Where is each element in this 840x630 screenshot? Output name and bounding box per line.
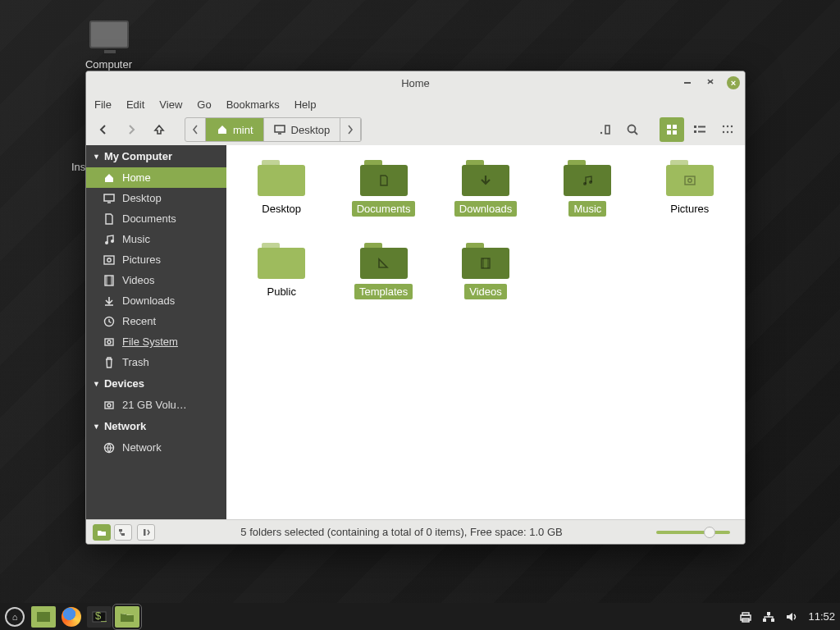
- sidebar-item-label: Network: [122, 441, 162, 454]
- sidebar-item-desktop[interactable]: Desktop: [86, 188, 226, 208]
- svg-point-24: [111, 240, 114, 243]
- folder-label: Pictures: [665, 201, 714, 217]
- svg-point-20: [731, 131, 733, 133]
- hide-sidebar-button[interactable]: [137, 524, 155, 541]
- desktop-icon-computer[interactable]: Computer: [78, 21, 139, 71]
- svg-point-18: [723, 131, 724, 133]
- folder-videos[interactable]: Videos: [439, 243, 532, 299]
- sidebar-item-label: 21 GB Volu…: [122, 399, 187, 411]
- sidebar-item-21-gb-volu-[interactable]: 21 GB Volu…: [86, 395, 226, 415]
- music-icon: [103, 234, 115, 245]
- caret-down-icon: ▼: [93, 422, 100, 431]
- path-home[interactable]: mint: [206, 118, 264, 141]
- svg-rect-10: [673, 130, 677, 135]
- sidebar-item-network[interactable]: Network: [86, 437, 226, 458]
- sidebar-item-file-system[interactable]: File System: [86, 331, 226, 352]
- svg-rect-31: [105, 339, 113, 345]
- toggle-location-button[interactable]: [592, 117, 617, 142]
- zoom-slider[interactable]: [656, 531, 730, 534]
- path-next[interactable]: [340, 118, 361, 141]
- toolbar: mint Desktop: [86, 114, 745, 145]
- folder-label: Desktop: [257, 201, 306, 217]
- svg-point-32: [107, 340, 111, 344]
- volume-tray-icon[interactable]: [785, 611, 798, 623]
- svg-line-6: [635, 132, 638, 135]
- folder-templates[interactable]: Templates: [336, 243, 430, 299]
- menu-edit[interactable]: Edit: [126, 98, 144, 111]
- sidebar-item-label: Documents: [122, 212, 176, 225]
- sidebar-item-downloads[interactable]: Downloads: [86, 290, 226, 311]
- sidebar-item-pictures[interactable]: Pictures: [86, 249, 226, 270]
- folder-desktop[interactable]: Desktop: [235, 160, 328, 217]
- printer-tray-icon[interactable]: [739, 611, 752, 623]
- menu-go[interactable]: Go: [197, 98, 211, 111]
- svg-rect-38: [685, 176, 695, 185]
- clock[interactable]: 11:52: [808, 610, 835, 623]
- up-button[interactable]: [147, 117, 171, 142]
- sidebar-section-header[interactable]: ▼My Computer: [86, 145, 226, 167]
- svg-rect-9: [667, 130, 671, 135]
- menu-file[interactable]: File: [94, 98, 112, 111]
- folder-view[interactable]: DesktopDocumentsDownloadsMusicPicturesPu…: [226, 145, 745, 519]
- sidebar-item-home[interactable]: Home: [86, 167, 226, 188]
- folder-icon: [564, 160, 611, 196]
- terminal-launcher[interactable]: $_: [87, 606, 112, 628]
- list-view-button[interactable]: [687, 117, 712, 142]
- svg-rect-46: [37, 612, 50, 622]
- window-title: Home: [86, 77, 745, 89]
- svg-rect-13: [694, 130, 696, 133]
- svg-rect-7: [667, 125, 671, 129]
- zoom-slider-knob[interactable]: [704, 527, 715, 538]
- folder-icon: [462, 160, 509, 196]
- folder-downloads[interactable]: Downloads: [439, 160, 532, 217]
- close-button[interactable]: ×: [727, 76, 740, 89]
- network-tray-icon[interactable]: [762, 611, 775, 623]
- taskbar: ⌂ $_ 11:52: [0, 603, 840, 630]
- trash-icon: [103, 357, 115, 368]
- sidebar-item-trash[interactable]: Trash: [86, 352, 226, 372]
- sidebar-item-label: Music: [122, 233, 150, 245]
- sidebar-section-header[interactable]: ▼Network: [86, 415, 226, 437]
- path-desktop[interactable]: Desktop: [264, 118, 341, 141]
- menu-help[interactable]: Help: [294, 98, 317, 111]
- recent-icon: [103, 316, 115, 327]
- folder-public[interactable]: Public: [235, 243, 328, 299]
- status-bar: 5 folders selected (containing a total o…: [86, 519, 745, 544]
- sidebar-item-documents[interactable]: Documents: [86, 208, 226, 229]
- svg-point-15: [723, 126, 724, 127]
- menu-bookmarks[interactable]: Bookmarks: [226, 98, 280, 111]
- folder-pictures[interactable]: Pictures: [643, 160, 737, 217]
- sidebar-item-recent[interactable]: Recent: [86, 311, 226, 331]
- search-button[interactable]: [620, 117, 645, 142]
- folder-label: Music: [568, 201, 606, 217]
- firefox-launcher[interactable]: [59, 606, 84, 628]
- menu-view[interactable]: View: [159, 98, 182, 111]
- path-prev[interactable]: [185, 118, 206, 141]
- sidebar-item-label: File System: [122, 336, 178, 348]
- folder-icon: [462, 243, 509, 279]
- folder-icon: [666, 160, 714, 196]
- menu-button[interactable]: ⌂: [5, 607, 25, 627]
- minimize-button[interactable]: [681, 76, 694, 89]
- svg-rect-8: [673, 125, 677, 129]
- maximize-button[interactable]: [704, 76, 717, 89]
- home-icon: [216, 124, 228, 135]
- sidebar-item-music[interactable]: Music: [86, 229, 226, 249]
- folder-icon: [258, 160, 305, 196]
- folder-documents[interactable]: Documents: [336, 160, 430, 217]
- files-task-button[interactable]: [115, 606, 139, 628]
- back-button[interactable]: [91, 117, 116, 142]
- tree-sidebar-button[interactable]: [114, 524, 132, 541]
- folder-music[interactable]: Music: [541, 160, 634, 217]
- svg-rect-54: [771, 619, 774, 622]
- titlebar[interactable]: Home ×: [86, 71, 745, 94]
- compact-view-button[interactable]: [715, 117, 740, 142]
- show-desktop-button[interactable]: [31, 606, 56, 628]
- sidebar-section-header[interactable]: ▼Devices: [86, 372, 226, 395]
- svg-rect-52: [767, 612, 770, 615]
- system-tray: 11:52: [739, 610, 835, 623]
- sidebar-item-videos[interactable]: Videos: [86, 270, 226, 290]
- sidebar-item-label: Desktop: [122, 192, 162, 204]
- icon-view-button[interactable]: [660, 117, 684, 142]
- places-sidebar-button[interactable]: [93, 524, 111, 541]
